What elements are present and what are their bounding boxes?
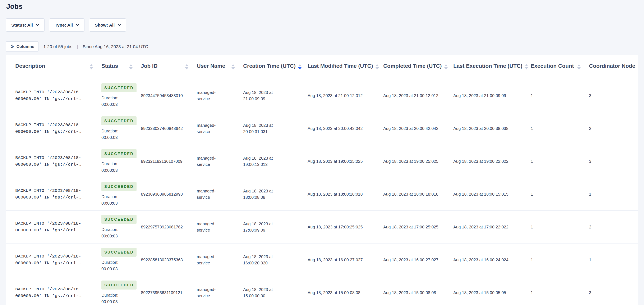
- filter-dropdown[interactable]: Type: All: [49, 19, 84, 32]
- job-id-cell: 892333037460848642: [141, 125, 197, 132]
- chevron-down-icon: [118, 22, 121, 26]
- filter-dropdown[interactable]: Status: All: [6, 19, 44, 32]
- sort-icon: [185, 64, 188, 70]
- last-execution-time-cell: Aug 18, 2023 at 16:00:24:024: [453, 257, 531, 263]
- status-badge: SUCCEEDED: [102, 83, 136, 92]
- execution-count-cell: 1: [531, 224, 589, 230]
- table-header-row: Description Status Job ID User Name Crea…: [6, 55, 638, 79]
- execution-count-cell: 1: [531, 289, 589, 296]
- column-header[interactable]: Last Execution Time (UTC): [453, 63, 531, 71]
- job-id-cell: 892285813023375363: [141, 257, 197, 263]
- job-description-link[interactable]: BACKUP INTO '/2023/08/18-000000.00' IN '…: [15, 122, 81, 135]
- column-header[interactable]: User Name: [197, 63, 243, 71]
- column-header[interactable]: Creation Time (UTC): [243, 63, 308, 71]
- column-header[interactable]: Coordinator Node: [589, 63, 638, 71]
- job-id-cell: 892344759453483010: [141, 93, 197, 99]
- duration-value: 00:00:03: [102, 298, 118, 305]
- last-modified-time-cell: Aug 18, 2023 at 20:00:42:042: [308, 125, 383, 132]
- column-header[interactable]: Description: [15, 63, 102, 71]
- description-cell: BACKUP INTO '/2023/08/18-000000.00' IN '…: [15, 155, 102, 168]
- duration-value: 00:00:03: [102, 134, 118, 141]
- coordinator-node-cell: 3: [589, 93, 638, 99]
- coordinator-node-cell: 1: [589, 257, 638, 263]
- column-header[interactable]: Execution Count: [531, 63, 589, 71]
- sort-icon: [577, 64, 581, 70]
- creation-time-cell: Aug 18, 2023 at 15:00:00:00: [243, 286, 292, 299]
- last-execution-time-cell: Aug 18, 2023 at 17:00:22:022: [453, 224, 531, 230]
- last-execution-time-cell: Aug 18, 2023 at 18:00:15:015: [453, 191, 531, 197]
- duration-label: Duration:: [102, 95, 118, 101]
- toolbar-divider: |: [77, 44, 78, 49]
- user-name-cell: managed-service: [197, 286, 228, 299]
- duration-label: Duration:: [102, 259, 118, 266]
- filter-dropdown-label: Show: All: [95, 23, 114, 28]
- filter-dropdown[interactable]: Show: All: [89, 19, 126, 32]
- last-execution-time-cell: Aug 18, 2023 at 20:00:38:038: [453, 125, 531, 132]
- column-header[interactable]: Job ID: [141, 63, 197, 71]
- toolbar: ⚙ Columns 1-20 of 55 jobs | Since Aug 16…: [6, 42, 148, 52]
- last-modified-time-cell: Aug 18, 2023 at 16:00:27:027: [308, 257, 383, 263]
- user-name-cell: managed-service: [197, 155, 228, 168]
- column-header-label: Completed Time (UTC): [383, 63, 442, 71]
- job-description-link[interactable]: BACKUP INTO '/2023/08/18-000000.00' IN '…: [15, 187, 81, 201]
- job-id-cell: 892321182136107009: [141, 158, 197, 164]
- duration-value: 00:00:03: [102, 101, 118, 108]
- sort-icon: [444, 64, 448, 70]
- column-header[interactable]: Completed Time (UTC): [383, 63, 453, 71]
- table-body: BACKUP INTO '/2023/08/18-000000.00' IN '…: [6, 79, 638, 305]
- sort-icon: [129, 64, 132, 70]
- duration-value: 00:00:03: [102, 266, 118, 272]
- duration-label: Duration:: [102, 161, 118, 167]
- filter-dropdown-label: Status: All: [11, 23, 33, 28]
- status-cell: SUCCEEDED Duration: 00:00:03: [102, 215, 141, 239]
- last-modified-time-cell: Aug 18, 2023 at 21:00:12:012: [308, 93, 383, 99]
- column-header[interactable]: Status: [102, 63, 141, 71]
- duration-label: Duration:: [102, 128, 118, 134]
- creation-time-cell: Aug 18, 2023 at 16:00:20:020: [243, 253, 292, 266]
- table-row: BACKUP INTO '/2023/08/18-000000.00' IN '…: [6, 79, 638, 112]
- job-id-cell: 892297573923061762: [141, 224, 197, 230]
- coordinator-node-cell: 3: [589, 158, 638, 164]
- sort-icon: [525, 64, 528, 70]
- user-name-cell: managed-service: [197, 89, 228, 102]
- creation-time-cell: Aug 18, 2023 at 18:00:08:08: [243, 188, 292, 200]
- completed-time-cell: Aug 18, 2023 at 17:00:25:025: [383, 224, 453, 230]
- job-id-cell: 892309368985812993: [141, 191, 197, 197]
- table-row: BACKUP INTO '/2023/08/18-000000.00' IN '…: [6, 178, 638, 210]
- job-description-link[interactable]: BACKUP INTO '/2023/08/18-000000.00' IN '…: [15, 253, 81, 266]
- last-execution-time-cell: Aug 18, 2023 at 19:00:22:022: [453, 158, 531, 164]
- status-cell: SUCCEEDED Duration: 00:00:03: [102, 83, 141, 108]
- chevron-down-icon: [36, 22, 39, 26]
- table-row: BACKUP INTO '/2023/08/18-000000.00' IN '…: [6, 210, 638, 243]
- creation-time-cell: Aug 18, 2023 at 21:00:09:09: [243, 89, 292, 102]
- column-header-label: Job ID: [141, 63, 158, 71]
- description-cell: BACKUP INTO '/2023/08/18-000000.00' IN '…: [15, 286, 102, 299]
- sort-icon: [638, 64, 638, 70]
- column-header-label: Description: [15, 63, 45, 71]
- job-description-link[interactable]: BACKUP INTO '/2023/08/18-000000.00' IN '…: [15, 220, 81, 234]
- status-cell: SUCCEEDED Duration: 00:00:03: [102, 182, 141, 206]
- gear-icon: ⚙: [10, 44, 14, 49]
- sort-icon: [90, 64, 93, 70]
- status-cell: SUCCEEDED Duration: 00:00:03: [102, 149, 141, 174]
- sort-icon: [376, 64, 379, 70]
- execution-count-cell: 1: [531, 125, 589, 132]
- execution-count-cell: 1: [531, 93, 589, 99]
- sort-icon: [298, 64, 302, 70]
- columns-button[interactable]: ⚙ Columns: [6, 42, 39, 52]
- status-badge: SUCCEEDED: [102, 215, 136, 224]
- job-description-link[interactable]: BACKUP INTO '/2023/08/18-000000.00' IN '…: [15, 89, 81, 102]
- column-header[interactable]: Last Modified Time (UTC): [308, 63, 383, 71]
- creation-time-cell: Aug 18, 2023 at 17:00:09:09: [243, 221, 292, 233]
- sort-icon: [232, 64, 235, 70]
- duration-label: Duration:: [102, 226, 118, 233]
- completed-time-cell: Aug 18, 2023 at 16:00:27:027: [383, 257, 453, 263]
- job-description-link[interactable]: BACKUP INTO '/2023/08/18-000000.00' IN '…: [15, 155, 81, 168]
- coordinator-node-cell: 3: [589, 289, 638, 296]
- coordinator-node-cell: 1: [589, 191, 638, 197]
- last-execution-time-cell: Aug 18, 2023 at 21:00:09:09: [453, 93, 531, 99]
- last-modified-time-cell: Aug 18, 2023 at 17:00:25:025: [308, 224, 383, 230]
- column-header-label: Last Modified Time (UTC): [308, 63, 373, 71]
- job-description-link[interactable]: BACKUP INTO '/2023/08/18-000000.00' IN '…: [15, 286, 81, 299]
- status-badge: SUCCEEDED: [102, 280, 136, 289]
